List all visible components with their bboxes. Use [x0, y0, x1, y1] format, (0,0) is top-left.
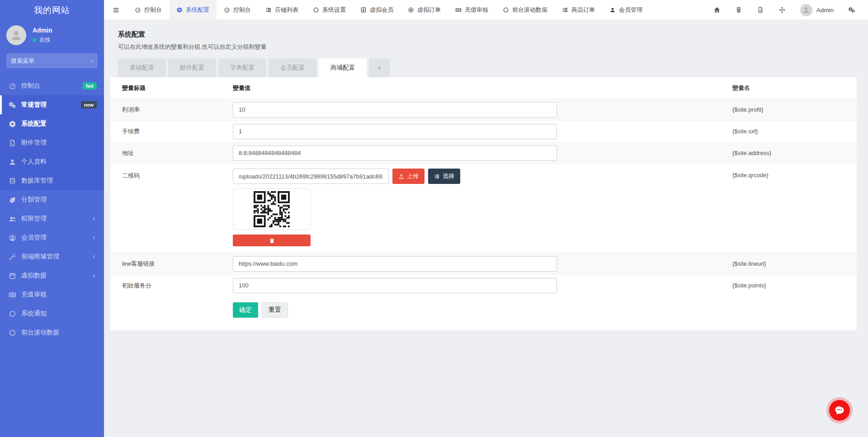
users-icon — [9, 215, 16, 223]
sidebar-item-dashboard[interactable]: 控制台 hot — [0, 76, 104, 95]
sidebar-item-recharge-audit[interactable]: 充值审核 — [0, 285, 104, 304]
qrcode-preview — [233, 188, 311, 230]
sidebar-item-system-config[interactable]: 系统配置 — [0, 114, 104, 133]
tab-email-config[interactable]: 邮件配置 — [168, 58, 216, 77]
choose-button[interactable]: 选择 — [428, 169, 460, 184]
chevron-left-icon — [91, 235, 97, 240]
qrcode-path-input[interactable] — [233, 169, 389, 184]
topbar-username: Admin — [816, 7, 834, 14]
add-tab-button[interactable]: + — [369, 58, 390, 77]
page-subtitle: 可以在此增改系统的變量和分组,也可以自定义分组和變量 — [118, 43, 857, 51]
field-label: 初始服务分 — [110, 282, 233, 290]
gauge-icon — [9, 82, 16, 90]
topbar-tab-recharge-audit[interactable]: 充值审核 — [448, 0, 495, 20]
chevron-left-icon — [91, 254, 97, 259]
variable-name: {$site.address} — [732, 150, 857, 156]
sidebar-item-members[interactable]: 会员管理 — [0, 228, 104, 247]
topbar-tab-shop-list[interactable]: 店铺列表 — [258, 0, 306, 20]
sidebar-item-virtual-data[interactable]: 虚拟数据 — [0, 266, 104, 285]
sidebar-item-general-management[interactable]: 常规管理 new — [0, 95, 104, 114]
new-badge: new — [81, 101, 97, 108]
delete-image-button[interactable] — [233, 235, 311, 246]
topbar-tab-dashboard[interactable]: 控制台 — [127, 0, 169, 20]
list-icon — [562, 7, 568, 13]
gauge-icon — [135, 7, 141, 13]
search-icon[interactable] — [90, 58, 93, 64]
gauge-icon — [224, 7, 230, 13]
topbar-tab-front-scroll-data[interactable]: 前台滚动数据 — [495, 0, 555, 20]
sidebar-menu: 控制台 hot 常规管理 new 系统配置 附件管理 个人資料 数据库管理 分類… — [0, 73, 104, 437]
upload-button[interactable]: 上传 — [392, 169, 425, 184]
circle-icon — [9, 310, 16, 318]
user-menu[interactable]: Admin — [800, 4, 834, 16]
topbar-tab-virtual-orders[interactable]: 虚拟订单 — [401, 0, 448, 20]
address-input[interactable] — [233, 146, 557, 161]
tab-basic-config[interactable]: 基础配置 — [118, 58, 166, 77]
online-status-label: 在线 — [39, 36, 50, 44]
main-content: 系统配置 可以在此增改系统的變量和分组,也可以自定义分组和變量 基础配置 邮件配… — [104, 20, 868, 437]
circle-icon — [503, 7, 509, 13]
table-header-row: 變量标题 變量值 變量名 — [110, 77, 857, 99]
sidebar-item-attachments[interactable]: 附件管理 — [0, 133, 104, 152]
clear-cache-icon[interactable] — [757, 6, 764, 14]
topbar-tab-product-orders[interactable]: 商品订单 — [555, 0, 602, 20]
submit-button[interactable]: 确定 — [233, 302, 258, 318]
sidebar-toggle-button[interactable] — [104, 0, 127, 20]
trash-icon[interactable] — [735, 6, 742, 14]
chat-bubble-icon — [834, 404, 845, 416]
site-title: 我的网站 — [0, 0, 104, 21]
field-label: 手续费 — [110, 127, 233, 136]
menu-search-input[interactable] — [11, 57, 90, 64]
avatar — [6, 25, 26, 45]
chevron-left-icon — [91, 216, 97, 221]
magic-icon — [9, 253, 16, 261]
field-label: 二维码 — [110, 164, 233, 180]
chat-support-button[interactable] — [829, 400, 850, 421]
user-icon — [9, 158, 16, 166]
online-status-dot — [33, 38, 37, 42]
topbar-tab-dashboard-2[interactable]: 控制台 — [217, 0, 258, 20]
sidebar-item-front-scroll-data[interactable]: 前台滚动数据 — [0, 323, 104, 342]
circle-icon — [313, 7, 319, 13]
sidebar-item-system-notice[interactable]: 系统通知 — [0, 304, 104, 323]
field-label: line客服链接 — [110, 260, 233, 268]
variable-name: {$site.lineurl} — [732, 260, 857, 267]
table-row: 初始服务分 {$site.points} — [110, 274, 857, 296]
circle-icon — [9, 329, 16, 337]
initial-points-input[interactable] — [233, 278, 557, 293]
database-icon — [9, 177, 16, 185]
tab-dictionary-config[interactable]: 字典配置 — [218, 58, 266, 77]
hamburger-icon — [112, 6, 120, 14]
settings-gears-icon[interactable] — [848, 6, 855, 14]
fullscreen-icon[interactable] — [778, 6, 786, 14]
topbar-tab-virtual-members[interactable]: 虚拟会员 — [353, 0, 401, 20]
line-service-url-input[interactable] — [233, 256, 557, 272]
topbar-tab-member-management[interactable]: 会员管理 — [602, 0, 650, 20]
sidebar-item-permissions[interactable]: 权限管理 — [0, 209, 104, 228]
table-row: 二维码 上传 选择 {$site.qrcode} — [110, 164, 857, 253]
id-card-icon — [360, 7, 367, 13]
page-title: 系统配置 — [118, 30, 857, 39]
home-icon[interactable] — [713, 6, 721, 14]
username: Admin — [33, 27, 52, 34]
chevron-left-icon — [91, 273, 97, 278]
table-row: 地址 {$site.address} — [110, 142, 857, 164]
gears-icon — [9, 101, 16, 109]
sidebar-item-category[interactable]: 分類管理 — [0, 190, 104, 209]
sidebar-item-profile[interactable]: 个人資料 — [0, 152, 104, 171]
profit-rate-input[interactable] — [233, 102, 557, 117]
reset-button[interactable]: 重置 — [262, 302, 288, 318]
fee-input[interactable] — [233, 124, 557, 139]
column-header-name: 變量名 — [732, 84, 857, 92]
tab-member-config[interactable]: 会员配置 — [269, 58, 316, 77]
menu-search-box — [6, 53, 98, 68]
variable-name: {$site.points} — [732, 282, 857, 289]
topbar-tab-system-config[interactable]: 系统配置 — [169, 0, 217, 20]
tab-mall-config[interactable]: 商城配置 — [319, 58, 367, 77]
topbar-tab-system-settings[interactable]: 系统设置 — [306, 0, 353, 20]
sidebar-item-database[interactable]: 数据库管理 — [0, 171, 104, 190]
user-icon — [609, 7, 616, 13]
file-image-icon — [9, 139, 16, 147]
config-tabs: 基础配置 邮件配置 字典配置 会员配置 商城配置 + — [110, 58, 857, 77]
sidebar-item-front-mall[interactable]: 前端商城管理 — [0, 247, 104, 266]
